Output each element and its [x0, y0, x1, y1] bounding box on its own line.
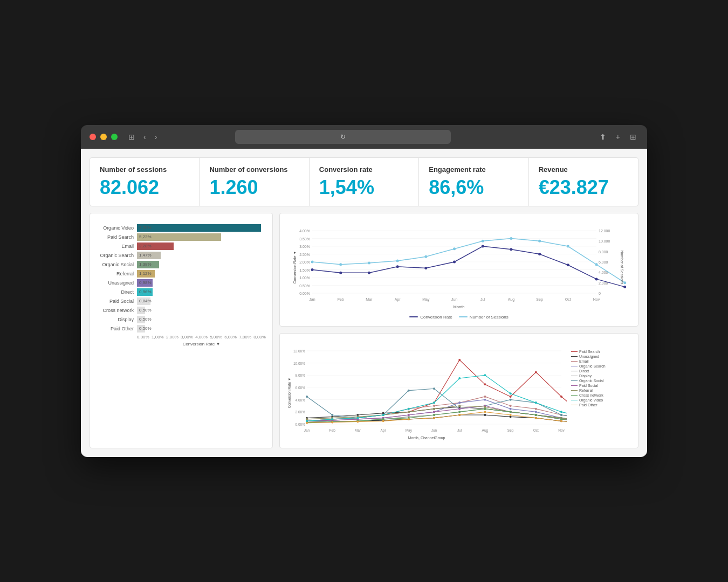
svg-point-149 [306, 396, 308, 398]
svg-text:0.50%: 0.50% [299, 283, 310, 287]
svg-point-25 [311, 260, 314, 263]
address-bar[interactable]: ↻ [235, 130, 451, 144]
browser-window: ⊞ ‹ › ↻ ⬆ + ⊞ Number of sessions 82.062 … [81, 125, 647, 457]
svg-point-86 [535, 371, 537, 373]
svg-text:Sep: Sep [507, 428, 514, 433]
grid-button[interactable]: ⊞ [628, 131, 638, 142]
svg-point-47 [595, 278, 598, 280]
back-button[interactable]: ‹ [141, 131, 148, 142]
svg-text:Jan: Jan [304, 428, 310, 432]
new-tab-button[interactable]: + [614, 131, 622, 142]
bar-track: 1,12% [137, 270, 266, 278]
share-button[interactable]: ⬆ [597, 131, 608, 142]
bar-row: Display 0,50% [97, 316, 266, 323]
svg-point-85 [510, 396, 512, 398]
insight-legend-item: Unassigned [571, 355, 614, 358]
charts-row: Organic Video 7,70% Paid Search 5,23% Em… [90, 213, 638, 448]
svg-text:10.000: 10.000 [599, 239, 610, 243]
svg-text:Feb: Feb [329, 428, 336, 432]
svg-text:Aug: Aug [482, 428, 489, 433]
bar-chart: Organic Video 7,70% Paid Search 5,23% Em… [97, 224, 266, 347]
svg-text:6.00%: 6.00% [296, 386, 306, 390]
legend-item: Conversion Rate [409, 315, 452, 320]
svg-text:2.00%: 2.00% [299, 260, 310, 264]
insight-legend-item: Paid Search [571, 350, 614, 354]
insight-legend-item: Email [571, 359, 614, 363]
bar-value: 5,23% [139, 234, 152, 239]
svg-point-29 [424, 255, 427, 258]
forward-button[interactable]: › [153, 131, 160, 142]
svg-point-192 [484, 407, 486, 410]
svg-text:3.50%: 3.50% [299, 237, 310, 240]
kpi-value-4: €23.827 [539, 177, 628, 198]
svg-point-84 [484, 383, 486, 385]
kpi-card-2: Conversion rate 1,54% [310, 158, 419, 206]
bar-fill: 1,47% [137, 252, 161, 259]
bar-row: Paid Search 5,23% [97, 233, 266, 241]
svg-point-39 [368, 272, 370, 274]
bar-label: Cross network [97, 308, 137, 313]
svg-point-198 [331, 418, 333, 420]
svg-point-200 [382, 414, 384, 416]
bar-value: 1,38% [139, 262, 152, 267]
bar-row: Unassigned 0,98% [97, 279, 266, 287]
bar-fill: 0,84% [137, 297, 150, 305]
svg-text:Jun: Jun [451, 297, 457, 301]
bar-row: Paid Other 0,50% [97, 325, 266, 332]
svg-point-217 [510, 414, 512, 416]
insight-chart-panel: 0.00%2.00%4.00%6.00%8.00%10.00%12.00%Jan… [279, 333, 638, 448]
insight-legend-item: Paid Other [571, 403, 614, 407]
bar-track: 7,70% [137, 224, 266, 232]
svg-point-219 [560, 420, 562, 422]
maximize-button[interactable] [111, 134, 118, 140]
svg-point-209 [306, 422, 308, 424]
svg-text:Mar: Mar [355, 428, 361, 432]
svg-text:Number of Sessions: Number of Sessions [620, 250, 624, 285]
svg-text:Mar: Mar [366, 297, 373, 301]
svg-point-218 [535, 417, 537, 419]
bar-fill: 0,50% [137, 316, 145, 323]
svg-point-46 [567, 264, 569, 266]
bar-track: 2,28% [137, 242, 266, 250]
svg-point-215 [458, 414, 461, 416]
svg-point-213 [408, 418, 410, 420]
svg-point-194 [535, 414, 537, 416]
bar-track: 1,47% [137, 252, 266, 259]
svg-text:10.00%: 10.00% [293, 361, 305, 365]
svg-point-202 [433, 401, 435, 404]
sidebar-toggle[interactable]: ⊞ [126, 131, 137, 142]
bar-fill: 0,50% [137, 325, 145, 332]
svg-point-204 [484, 374, 486, 376]
svg-point-203 [458, 377, 461, 379]
svg-text:May: May [422, 297, 430, 302]
close-button[interactable] [90, 134, 96, 140]
svg-point-121 [510, 407, 512, 410]
minimize-button[interactable] [100, 134, 107, 140]
insight-legend-item: Referral [571, 389, 614, 392]
svg-point-212 [382, 420, 384, 422]
insight-legend-item: Organic Video [571, 398, 614, 402]
svg-point-205 [510, 392, 512, 394]
svg-text:3.00%: 3.00% [299, 245, 310, 248]
bar-row: Cross network 0,50% [97, 307, 266, 314]
bar-value: 0,98% [139, 280, 152, 285]
conversions-chart-panel: 0.00%0.50%1.00%1.50%2.00%2.50%3.00%3.50%… [279, 213, 638, 327]
bar-label: Organic Search [97, 253, 137, 258]
insight-legend-item: Cross network [571, 393, 614, 397]
svg-text:Nov: Nov [593, 297, 600, 301]
bar-label: Organic Social [97, 262, 137, 267]
bar-row: Organic Search 1,47% [97, 252, 266, 259]
bar-label: Email [97, 244, 137, 249]
kpi-value-3: 86,6% [429, 177, 518, 198]
svg-text:1.50%: 1.50% [299, 268, 310, 272]
bar-label: Direct [97, 289, 137, 295]
bar-value: 7,70% [139, 225, 152, 230]
svg-point-33 [538, 240, 541, 242]
bar-value: 0,50% [139, 326, 152, 331]
svg-point-214 [433, 417, 435, 419]
bar-row: Referral 1,12% [97, 270, 266, 278]
browser-toolbar: ⊞ ‹ › ↻ ⬆ + ⊞ [81, 125, 647, 149]
svg-point-190 [433, 414, 435, 416]
kpi-card-4: Revenue €23.827 [529, 158, 638, 206]
bar-value: 1,47% [139, 253, 152, 258]
